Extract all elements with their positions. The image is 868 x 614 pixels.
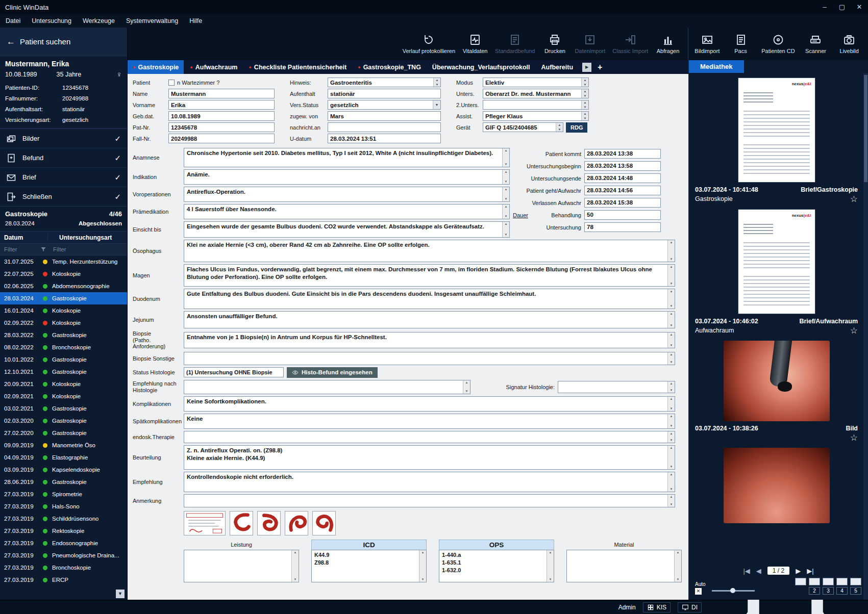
field-scrollbar[interactable]: ▲▼ — [463, 380, 470, 394]
field-scrollbar[interactable]: ▲▼ — [674, 550, 681, 582]
field-scrollbar[interactable]: ▲▼ — [502, 187, 509, 201]
toolbar-button-standardbefund[interactable]: Standardbefund — [493, 34, 537, 54]
toolbar-button-bildimport[interactable]: Bildimport — [692, 34, 722, 54]
history-row[interactable]: 02.09.2022Koloskopie — [0, 317, 127, 329]
field-anamnese[interactable]: Chronische Hypertonie seit 2010. Diabete… — [184, 148, 510, 167]
spinner-control[interactable]: ▲▼ — [581, 89, 588, 98]
mediathek-item[interactable]: 03.07.2024 - 10:38:26Bild☆ — [695, 341, 858, 443]
spinner-control[interactable]: ▲▼ — [581, 100, 588, 109]
scrollbar-thumb[interactable] — [864, 75, 867, 182]
mediathek-tab[interactable]: Mediathek — [689, 60, 744, 73]
field-jejunum[interactable]: Ansonsten unauffälliger Befund.▲▼ — [184, 311, 675, 328]
history-row[interactable]: 27.02.2020Gastroskopie — [0, 427, 127, 439]
field-untersuchungsbeginn[interactable]: 28.03.2024 13:58 — [584, 161, 661, 171]
stomach-diagram-3[interactable] — [285, 511, 308, 535]
tab-berwachung-verlaufsprotokoll[interactable]: Überwachung_Verlaufsprotokoll — [427, 60, 535, 74]
field-scrollbar[interactable]: ▲▼ — [667, 352, 675, 365]
history-row[interactable]: 20.09.2021Koloskopie — [0, 378, 127, 390]
tab-aufwachraum[interactable]: ●Aufwachraum — [185, 60, 242, 74]
coding-list-material[interactable]: ▲▼ — [566, 550, 682, 582]
document-thumbnail[interactable]: nexus|e&l — [738, 209, 815, 314]
page-thumb[interactable] — [850, 578, 861, 585]
field-scrollbar[interactable]: ▲▼ — [502, 222, 509, 237]
field-scrollbar[interactable]: ▲▼ — [667, 265, 675, 286]
field-zugew-von[interactable]: Mars — [328, 111, 441, 121]
field-2-unters[interactable]: ▲▼ — [483, 100, 589, 110]
field-untersuchung-dauer[interactable]: 78 — [584, 222, 661, 232]
toolbar-button-patienten-cd[interactable]: Patienten CD — [759, 34, 797, 54]
photo-thumbnail[interactable] — [724, 341, 830, 421]
minimize-button[interactable]: – — [816, 0, 833, 14]
menu-hilfe[interactable]: Hilfe — [184, 14, 208, 27]
toolbar-button-verlauf-protokollieren[interactable]: Verlauf protokollieren — [401, 34, 457, 54]
history-row[interactable]: 27.03.2019Pneumologische Draina... — [0, 549, 127, 561]
document-thumbnail[interactable]: nexus|e&l — [738, 78, 815, 183]
empfehlung-histologie-field[interactable]: ▲▼ — [184, 380, 470, 394]
toolbar-button-pacs[interactable]: Pacs — [726, 34, 756, 54]
star-icon[interactable]: ☆ — [850, 433, 858, 443]
field-endosk-therapie[interactable]: ▲▼ — [184, 431, 675, 443]
menu-datei[interactable]: Datei — [0, 14, 26, 27]
tab-overflow-button[interactable]: ▶ — [582, 63, 591, 72]
field-scrollbar[interactable]: ▲▼ — [419, 550, 426, 582]
tab-gastroskopie[interactable]: ●Gastroskopie — [128, 60, 184, 74]
field-scrollbar[interactable]: ▲▼ — [502, 204, 509, 219]
history-row[interactable]: 28.03.2022Gastroskopie — [0, 329, 127, 341]
history-row[interactable]: 27.03.2019Schilddrüsensono — [0, 513, 127, 525]
field-magen[interactable]: Flaches Ulcus im Fundus, vorderwandig, g… — [184, 264, 675, 287]
field-aufenthalt[interactable]: stationär — [328, 89, 441, 98]
page-number-button[interactable]: 4 — [836, 587, 848, 595]
field-modus[interactable]: Elektiv▲▼ — [483, 78, 589, 87]
column-datum[interactable]: Datum — [0, 234, 48, 241]
next-page-button[interactable]: ▶ — [796, 567, 801, 575]
zoom-slider[interactable] — [712, 587, 755, 594]
field-scrollbar[interactable]: ▲▼ — [667, 240, 675, 262]
field-biopsie-sonstige[interactable]: ▲▼ — [184, 352, 675, 365]
histo-befund-button[interactable]: Histo-Befund eingesehen — [287, 367, 378, 378]
field-assist[interactable]: Pfleger Klaus▲▼ — [483, 111, 589, 121]
mediathek-item[interactable] — [695, 448, 858, 523]
close-button[interactable]: ✕ — [851, 0, 868, 14]
field-vers-status[interactable]: gesetzlich▼ — [328, 100, 441, 110]
tab-aufbereitu[interactable]: Aufbereitu — [536, 60, 579, 74]
page-thumb[interactable] — [836, 578, 848, 585]
coding-list-leistung[interactable]: ▲▼ — [184, 550, 299, 582]
report-sketch[interactable] — [184, 511, 226, 535]
rdg-button[interactable]: RDG — [566, 122, 587, 133]
field-unters[interactable]: Oberarzt Dr. med. Mustermann▲▼ — [483, 89, 589, 98]
filter-date-input[interactable]: Filter — [0, 246, 39, 252]
field-anmerkung[interactable]: ▲▼ — [184, 494, 675, 507]
field-behandlung-dauer[interactable]: 50 — [584, 210, 661, 220]
field-scrollbar[interactable]: ▲▼ — [667, 414, 675, 428]
field-pr-medikation[interactable]: 4 l Sauerstoff über Nasensonde.▲▼ — [184, 204, 510, 219]
field-scrollbar[interactable]: ▲▼ — [502, 170, 509, 184]
field-hinweis[interactable]: Gastroenteritis▲▼ — [328, 78, 441, 87]
mediathek-item[interactable]: nexus|e&l03.07.2024 - 10:41:48Brief/Gast… — [695, 78, 858, 204]
field-beurteilung[interactable]: Z. n. Antireflux Operati. on. (Z98.8) Kl… — [184, 445, 675, 470]
toolbar-button-datenimport[interactable]: Datenimport — [573, 34, 607, 54]
di-chip[interactable]: DI — [678, 602, 702, 612]
toolbar-button-abfragen[interactable]: Abfragen — [653, 34, 683, 54]
field-verlassen-aufwachr[interactable]: 28.03.2024 15:38 — [584, 198, 661, 208]
star-icon[interactable]: ☆ — [850, 326, 858, 336]
maximize-button[interactable]: ▢ — [833, 0, 851, 14]
prev-page-button[interactable]: ◀ — [756, 567, 761, 575]
histo-status-field[interactable]: (1) Untersuchung OHNE Biopsie — [184, 367, 284, 377]
photo-thumbnail[interactable] — [724, 448, 830, 523]
stomach-diagram-4[interactable] — [312, 511, 336, 535]
signatur-histologie-field[interactable]: ▲▼ — [558, 381, 675, 393]
history-row[interactable]: 02.03.2020Gastroskopie — [0, 415, 127, 427]
field-scrollbar[interactable]: ▲▼ — [667, 289, 675, 309]
field-scrollbar[interactable]: ▲▼ — [547, 550, 554, 582]
history-row[interactable]: 27.03.2019ERCP — [0, 574, 127, 586]
tab-gastroskopie-tng[interactable]: ●Gastroskopie_TNG — [353, 60, 426, 74]
history-row[interactable]: 08.02.2022Bronchoskopie — [0, 341, 127, 353]
auto-checkbox[interactable]: ✕ — [695, 588, 702, 595]
history-row[interactable]: 27.03.2019Bronchoskopie — [0, 561, 127, 574]
field-indikation[interactable]: Anämie.▲▼ — [184, 169, 510, 185]
dauer-link[interactable]: Dauer — [513, 212, 528, 218]
field-patient-kommt[interactable]: 28.03.2024 13:38 — [584, 149, 661, 159]
slider-thumb[interactable] — [730, 588, 735, 593]
history-row[interactable]: 22.07.2025Koloskopie — [0, 268, 127, 280]
stomach-diagram-1[interactable] — [230, 511, 253, 535]
